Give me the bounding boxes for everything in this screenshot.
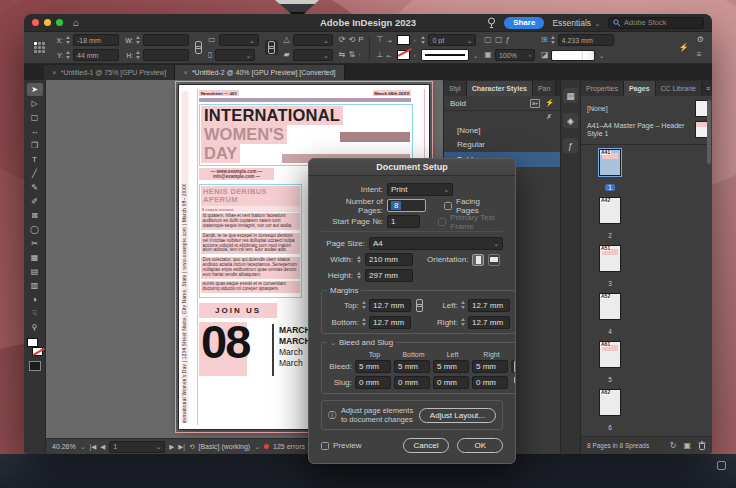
margin-top-field[interactable]: 12.7 mm bbox=[369, 299, 411, 312]
fill-stroke-swatches[interactable] bbox=[27, 338, 43, 356]
pencil-tool[interactable]: ✐ bbox=[27, 195, 43, 208]
scale-y-field[interactable] bbox=[215, 49, 255, 61]
x-stepper[interactable] bbox=[66, 36, 70, 44]
page-item-5[interactable]: A615 bbox=[597, 341, 623, 386]
panel-menu-icon[interactable]: ≡ bbox=[706, 85, 710, 92]
content-collector-tool[interactable]: ❐ bbox=[27, 139, 43, 152]
scissors-tool[interactable]: ✂ bbox=[27, 237, 43, 250]
style-override-icon[interactable]: a+ bbox=[530, 99, 540, 108]
scale-x-field[interactable] bbox=[219, 34, 259, 46]
effects-panel-icon[interactable]: ƒ bbox=[563, 138, 578, 153]
page-item-1[interactable]: A411 bbox=[597, 149, 623, 194]
number-of-pages-field[interactable]: 8 bbox=[387, 199, 426, 212]
gradient-tool[interactable]: ▤ bbox=[27, 265, 43, 278]
tab-character-styles[interactable]: Character Styles bbox=[467, 81, 533, 96]
w-field[interactable] bbox=[143, 34, 189, 46]
page-item-6[interactable]: A626 bbox=[597, 389, 623, 434]
bleed-right-field[interactable]: 5 mm bbox=[472, 360, 508, 373]
align-top-icon[interactable]: ⊤ bbox=[376, 35, 383, 45]
lightning-icon[interactable]: ⚡ bbox=[545, 99, 554, 107]
zoom-tool[interactable]: ⚲ bbox=[27, 321, 43, 334]
page-transition-icon[interactable]: ↻ bbox=[670, 441, 677, 450]
adjust-layout-button[interactable]: Adjust Layout... bbox=[419, 408, 496, 423]
page-size-dropdown[interactable]: A4 bbox=[369, 237, 503, 250]
constrain-scale-link[interactable] bbox=[265, 40, 278, 55]
pen-tool[interactable]: ✎ bbox=[27, 181, 43, 194]
slug-top-field[interactable]: 0 mm bbox=[355, 376, 391, 389]
reference-point-proxy[interactable] bbox=[34, 42, 45, 53]
page-number-field[interactable]: 1 bbox=[109, 441, 165, 453]
frame-tool[interactable]: ⊠ bbox=[27, 209, 43, 222]
screen-mode-button[interactable] bbox=[29, 361, 41, 371]
bleed-top-field[interactable]: 5 mm bbox=[355, 360, 391, 373]
orientation-portrait-button[interactable] bbox=[472, 254, 484, 266]
flip-vertical-icon[interactable]: ⇅ bbox=[348, 50, 355, 60]
adobe-stock-search[interactable]: Adobe Stock bbox=[608, 17, 704, 29]
x-field[interactable]: -18 mm bbox=[73, 34, 119, 46]
y-stepper[interactable] bbox=[66, 51, 70, 59]
close-tab-icon[interactable]: × bbox=[52, 68, 57, 77]
next-page-button[interactable]: ▶ bbox=[169, 443, 174, 451]
margins-link-icon[interactable] bbox=[416, 299, 423, 312]
tab-paragraph-styles[interactable]: Styl bbox=[444, 81, 467, 96]
master-item-a4[interactable]: A41–A4 Master Page – Header Style 1 bbox=[587, 121, 708, 138]
margin-bottom-stepper[interactable] bbox=[362, 318, 366, 326]
collapse-chevron-icon[interactable] bbox=[330, 338, 336, 347]
fullscreen-button[interactable] bbox=[56, 19, 63, 26]
opacity-icon[interactable]: ▣ bbox=[484, 50, 492, 60]
style-item-none[interactable]: [None] bbox=[444, 123, 560, 138]
y-field[interactable]: 44 mm bbox=[73, 49, 119, 61]
drop-shadow-icon[interactable]: ◪ bbox=[541, 50, 549, 60]
slug-unlink-icon[interactable] bbox=[514, 376, 516, 389]
preview-checkbox[interactable]: Preview bbox=[321, 441, 361, 450]
w-stepper[interactable] bbox=[136, 36, 140, 44]
tab-pantone[interactable]: Pan bbox=[533, 81, 556, 96]
gradient-swatch[interactable] bbox=[551, 50, 595, 61]
bleed-left-field[interactable]: 5 mm bbox=[433, 360, 469, 373]
flip-horizontal-icon[interactable]: ⇆ bbox=[339, 50, 346, 60]
zoom-level[interactable]: 40.26% bbox=[52, 443, 76, 450]
page-item-2[interactable]: A422 bbox=[597, 197, 623, 242]
start-page-field[interactable]: 1 bbox=[387, 215, 420, 228]
margin-top-stepper[interactable] bbox=[362, 301, 366, 309]
ok-button[interactable]: OK bbox=[457, 438, 503, 453]
preflight-errors[interactable]: 125 errors bbox=[273, 443, 305, 450]
slug-left-field[interactable]: 0 mm bbox=[433, 376, 469, 389]
height-stepper[interactable] bbox=[357, 272, 361, 280]
orientation-landscape-button[interactable] bbox=[488, 254, 500, 266]
stroke-style-field[interactable] bbox=[421, 49, 469, 61]
share-button[interactable]: Share bbox=[504, 17, 544, 29]
stroke-weight-field[interactable]: 0 pt bbox=[428, 34, 476, 46]
panel-menu-icon[interactable]: ≡ bbox=[697, 50, 702, 60]
corner-options-icon[interactable]: ▢ bbox=[484, 35, 492, 45]
line-tool[interactable]: ╱ bbox=[27, 167, 43, 180]
home-icon[interactable]: ⌂ bbox=[73, 18, 79, 28]
width-stepper[interactable] bbox=[357, 256, 361, 264]
opacity-field[interactable]: 100%› bbox=[495, 49, 535, 61]
text-column-1[interactable]: HENIS DERIBUS APERUM Il sequis nissunt I… bbox=[199, 184, 302, 298]
paragraph-icon[interactable]: P bbox=[358, 35, 363, 45]
fit-frame-icon[interactable]: ⊞ bbox=[541, 35, 548, 45]
preflight-profile[interactable]: [Basic] (working) bbox=[198, 443, 250, 450]
slug-bottom-field[interactable]: 0 mm bbox=[394, 376, 430, 389]
type-tool[interactable]: T bbox=[27, 153, 43, 166]
free-transform-tool[interactable]: ▦ bbox=[27, 251, 43, 264]
style-item-regular[interactable]: Regular bbox=[444, 138, 560, 153]
gradient-feather-tool[interactable]: ▥ bbox=[27, 279, 43, 292]
constrain-dimensions-icon[interactable] bbox=[195, 41, 202, 54]
stroke-swatch[interactable] bbox=[397, 50, 410, 60]
color-theme-panel-icon[interactable]: ◈ bbox=[563, 113, 578, 128]
fill-swatch[interactable] bbox=[397, 35, 410, 45]
gear-icon[interactable]: ⚙ bbox=[697, 35, 704, 45]
margin-left-stepper[interactable] bbox=[461, 301, 465, 309]
page-tool[interactable]: ▢ bbox=[27, 111, 43, 124]
minimize-button[interactable] bbox=[44, 19, 51, 26]
tab-properties[interactable]: Properties bbox=[581, 81, 624, 96]
lightning-icon[interactable]: ⚡ bbox=[679, 43, 689, 53]
last-page-button[interactable]: ▶| bbox=[178, 443, 185, 451]
rotate-ccw-icon[interactable]: ⟲ bbox=[348, 35, 355, 45]
clear-override-icon[interactable]: ✗ bbox=[546, 113, 552, 121]
prev-page-button[interactable]: ◀ bbox=[100, 443, 105, 451]
margin-right-field[interactable]: 12.7 mm bbox=[468, 316, 510, 329]
margin-left-field[interactable]: 12.7 mm bbox=[468, 299, 510, 312]
